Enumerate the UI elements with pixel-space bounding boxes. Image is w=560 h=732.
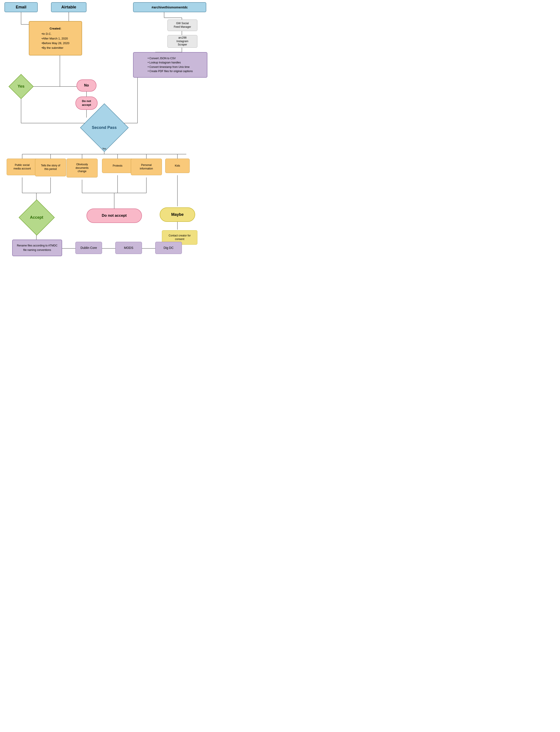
kids: Kids: [165, 159, 190, 173]
criteria-box: Created: •In D.C. •After March 1, 2020 •…: [29, 21, 82, 55]
rename-files: Rename files according to ATMDC file nam…: [12, 240, 62, 256]
dig-dc: Dig DC: [155, 242, 182, 254]
do-not-accept-small: Do notaccept: [75, 96, 98, 110]
protests: Protests: [102, 159, 133, 173]
public-social: Public socialmedia account: [7, 159, 38, 175]
flowchart-diagram: Email Airtable #archivethismomentdc GW S…: [0, 0, 211, 275]
obviously-documents: Obviouslydocumentschange: [67, 159, 98, 177]
gw-feed-manager: GW SocialFeed Manager: [167, 20, 197, 31]
tells-story: Tells the story ofthis period: [35, 159, 66, 176]
yes-diamond: Yes: [9, 77, 33, 96]
yes2-label: Yes: [101, 147, 108, 150]
email-source: Email: [4, 2, 38, 12]
dublin-core: Dublin Core: [75, 242, 102, 254]
archive-source: #archivethismomentdc: [133, 2, 206, 12]
processing-box: • Convert JSON to CSV • Lookup Instagram…: [133, 52, 207, 78]
accept-diamond: Accept: [20, 204, 53, 231]
arc-scraper: arc298InstagramScraper: [167, 35, 197, 48]
maybe-oval: Maybe: [160, 207, 195, 222]
mods: MODS: [115, 242, 142, 254]
personal-info: Personalinformation: [131, 159, 162, 175]
do-not-accept-big: Do not accept: [86, 209, 142, 223]
airtable-source: Airtable: [51, 2, 86, 12]
no-oval: No: [77, 79, 96, 92]
second-pass-diamond: Second Pass: [81, 109, 128, 146]
